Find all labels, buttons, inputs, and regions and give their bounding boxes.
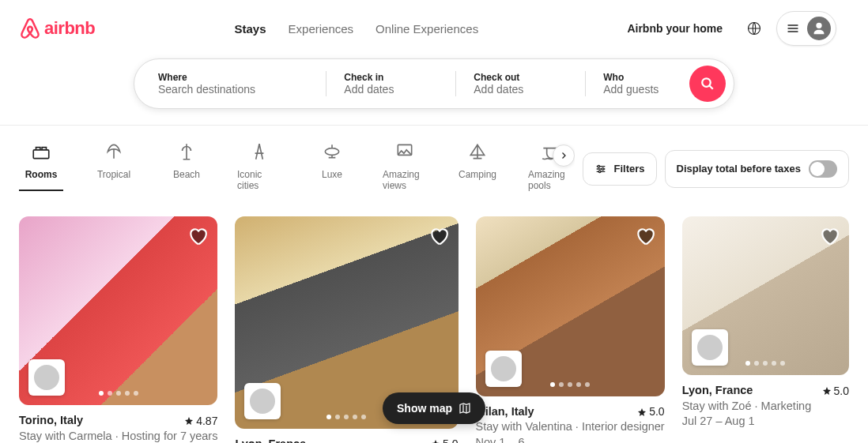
- listing-rating: 5.0: [822, 383, 849, 399]
- listing-card[interactable]: Lyon, France 5.0Stay with Zoé · Marketin…: [682, 216, 849, 443]
- heart-icon: [187, 226, 208, 246]
- tax-toggle[interactable]: Display total before taxes: [665, 150, 850, 188]
- image-pagination: [326, 415, 366, 419]
- star-icon: [637, 407, 647, 417]
- host-avatar-chip: [692, 329, 728, 366]
- map-icon: [459, 402, 471, 415]
- svg-point-7: [599, 171, 602, 173]
- brand-text: airbnb: [44, 18, 95, 39]
- category-tropical[interactable]: Tropical: [92, 137, 136, 190]
- listing-location: Lyon, France: [235, 437, 306, 443]
- heart-icon: [635, 226, 655, 246]
- listing-dates: Jul 27 – Aug 1: [682, 414, 849, 430]
- show-map-button[interactable]: Show map: [383, 392, 485, 424]
- categories-scroll: RoomsTropicalBeachIconic citiesLuxeAmazi…: [19, 137, 575, 201]
- filters-label: Filters: [613, 163, 644, 175]
- listing-image[interactable]: [476, 216, 665, 396]
- wishlist-button[interactable]: [635, 226, 655, 246]
- star-icon: [184, 416, 194, 426]
- category-label: Amazing pools: [528, 169, 572, 191]
- svg-point-5: [598, 165, 600, 167]
- listing-rating: 5.0: [431, 437, 458, 443]
- listing-info: Milan, Italy 5.0Stay with Valentina · In…: [476, 396, 665, 443]
- image-pagination: [550, 382, 590, 387]
- listing-card[interactable]: Milan, Italy 5.0Stay with Valentina · In…: [476, 216, 665, 443]
- listing-subtitle: Stay with Carmela · Hosting for 7 years: [19, 429, 217, 443]
- listing-info: Lyon, France 5.0Stay with Edouard · Digi…: [235, 429, 458, 443]
- search-where[interactable]: Where Search destinations: [134, 64, 326, 103]
- searchbar: Where Search destinations Check in Add d…: [134, 58, 734, 109]
- category-icon: [31, 141, 51, 164]
- listing-subtitle: Stay with Zoé · Marketing: [682, 399, 849, 415]
- category-icon: [467, 141, 488, 164]
- category-icon: [104, 141, 124, 164]
- category-amazing-views[interactable]: Amazing views: [383, 137, 427, 201]
- show-map-label: Show map: [397, 402, 452, 415]
- chevron-right-icon: [559, 151, 568, 160]
- user-menu[interactable]: [776, 11, 836, 46]
- category-rooms[interactable]: Rooms: [19, 137, 63, 191]
- host-avatar-chip: [485, 351, 522, 387]
- svg-point-1: [702, 78, 711, 87]
- category-beach[interactable]: Beach: [164, 137, 209, 190]
- category-label: Luxe: [322, 169, 342, 180]
- category-label: Rooms: [25, 169, 58, 180]
- category-icon: [394, 141, 415, 164]
- listing-image[interactable]: [19, 216, 217, 405]
- wishlist-button[interactable]: [428, 226, 449, 246]
- tax-toggle-label: Display total before taxes: [677, 163, 802, 175]
- search-checkout[interactable]: Check out Add dates: [456, 64, 585, 103]
- category-icon: [176, 141, 197, 164]
- language-button[interactable]: [738, 13, 770, 44]
- svg-point-6: [602, 167, 605, 170]
- checkout-value: Add dates: [474, 83, 568, 96]
- host-your-home-link[interactable]: Airbnb your home: [617, 14, 732, 43]
- star-icon: [431, 439, 440, 443]
- listing-card[interactable]: Torino, Italy 4.87Stay with Carmela · Ho…: [19, 216, 217, 443]
- tab-online-experiences[interactable]: Online Experiences: [376, 17, 478, 40]
- listing-location: Torino, Italy: [19, 413, 83, 429]
- tab-experiences[interactable]: Experiences: [289, 17, 354, 40]
- category-icon: [322, 141, 342, 164]
- wishlist-button[interactable]: [819, 226, 840, 246]
- listing-location: Lyon, France: [682, 383, 753, 399]
- filters-button[interactable]: Filters: [583, 152, 656, 186]
- where-label: Where: [158, 72, 308, 83]
- filters-icon: [594, 163, 607, 175]
- searchbar-container: Where Search destinations Check in Add d…: [0, 46, 868, 125]
- search-button[interactable]: [689, 66, 726, 102]
- logo[interactable]: airbnb: [19, 17, 95, 39]
- where-placeholder: Search destinations: [158, 83, 308, 96]
- category-bar: RoomsTropicalBeachIconic citiesLuxeAmazi…: [0, 126, 868, 201]
- listing-rating: 5.0: [637, 404, 664, 420]
- category-label: Tropical: [97, 169, 130, 180]
- svg-rect-2: [33, 150, 49, 159]
- category-label: Camping: [459, 169, 496, 180]
- category-label: Beach: [173, 169, 200, 180]
- category-label: Iconic cities: [237, 169, 281, 191]
- listing-subtitle: Stay with Valentina · Interior designer: [476, 419, 665, 435]
- category-iconic-cities[interactable]: Iconic cities: [237, 137, 281, 201]
- search-checkin[interactable]: Check in Add dates: [326, 64, 455, 103]
- heart-icon: [819, 226, 840, 246]
- heart-icon: [428, 226, 449, 246]
- listing-rating: 4.87: [184, 413, 217, 429]
- switch-icon: [809, 160, 837, 178]
- listing-info: Torino, Italy 4.87Stay with Carmela · Ho…: [19, 405, 217, 443]
- category-label: Amazing views: [383, 169, 427, 191]
- listing-image[interactable]: [682, 216, 849, 375]
- wishlist-button[interactable]: [187, 226, 208, 246]
- checkin-value: Add dates: [344, 83, 438, 96]
- hamburger-icon: [787, 22, 799, 35]
- category-icon: [249, 141, 270, 164]
- category-luxe[interactable]: Luxe: [310, 137, 354, 190]
- header-right: Airbnb your home: [617, 11, 836, 46]
- host-avatar-chip: [244, 383, 281, 419]
- listing-dates: Nov 1 – 6: [476, 435, 665, 443]
- search-icon: [700, 77, 715, 91]
- star-icon: [822, 386, 832, 396]
- tab-stays[interactable]: Stays: [235, 17, 266, 40]
- image-pagination: [99, 391, 138, 396]
- category-camping[interactable]: Camping: [455, 137, 500, 190]
- image-pagination: [745, 361, 785, 366]
